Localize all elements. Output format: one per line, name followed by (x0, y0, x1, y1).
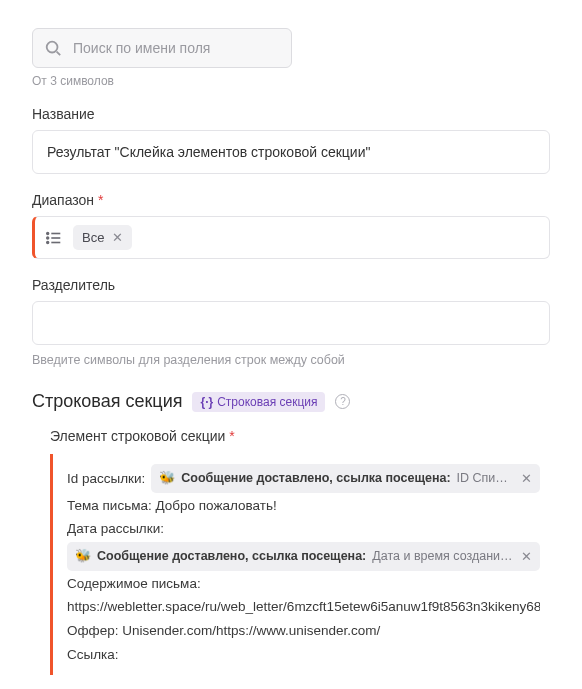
content-text: Id рассылки: (67, 468, 145, 490)
required-mark: * (98, 192, 103, 208)
separator-input[interactable] (32, 301, 550, 345)
chip-light: ID Списка рассылки (457, 468, 513, 488)
svg-point-6 (47, 241, 49, 243)
bee-icon: 🐝 (75, 546, 91, 567)
chip-light: Дата и время создания события (372, 546, 513, 566)
content-line: Дата рассылки: (67, 518, 540, 540)
name-label: Название (32, 106, 550, 122)
range-chip-all[interactable]: Все ✕ (73, 225, 132, 250)
braces-icon: {·} (200, 395, 213, 409)
svg-point-0 (47, 42, 58, 53)
variable-chip[interactable]: 🐝 Сообщение доставлено, ссылка посещена:… (151, 464, 540, 493)
section-badge-label: Строковая секция (217, 395, 317, 409)
range-label: Диапазон * (32, 192, 550, 208)
close-icon[interactable]: ✕ (521, 550, 532, 563)
content-line: https://webletter.space/ru/web_letter/6m… (67, 596, 540, 618)
bee-icon: 🐝 (159, 468, 175, 489)
separator-helper: Введите символы для разделения строк меж… (32, 353, 550, 367)
chip-bold: Сообщение доставлено, ссылка посещена: (97, 546, 366, 566)
chip-bold: Сообщение доставлено, ссылка посещена: (181, 468, 450, 488)
close-icon[interactable]: ✕ (112, 231, 123, 244)
section-title-row: Строковая секция {·} Строковая секция ? (32, 391, 550, 412)
name-input[interactable] (32, 130, 550, 174)
list-icon (45, 229, 63, 247)
info-icon[interactable]: ? (335, 394, 350, 409)
section-badge[interactable]: {·} Строковая секция (192, 392, 325, 412)
svg-point-4 (47, 237, 49, 239)
svg-line-1 (57, 52, 61, 56)
range-input[interactable]: Все ✕ (32, 216, 550, 259)
search-field-wrap (32, 28, 292, 68)
content-line: Оффер: Unisender.com/https://www.unisend… (67, 620, 540, 642)
element-label: Элемент строковой секции * (50, 428, 550, 444)
close-icon[interactable]: ✕ (521, 472, 532, 485)
section-title: Строковая секция (32, 391, 182, 412)
variable-chip[interactable]: 🐝 Сообщение доставлено, ссылка посещена:… (67, 542, 540, 571)
required-mark: * (229, 428, 234, 444)
content-line: Тема письма: Добро пожаловать! (67, 495, 540, 517)
search-hint: От 3 символов (32, 74, 550, 88)
search-icon (44, 39, 62, 57)
content-line: Ссылка: (67, 644, 540, 666)
content-line: 🐝 Сообщение доставлено, ссылка посещена:… (67, 542, 540, 571)
content-line: Id рассылки: 🐝 Сообщение доставлено, ссы… (67, 464, 540, 493)
subsection: Элемент строковой секции * Id рассылки: … (32, 428, 550, 675)
svg-point-2 (47, 232, 49, 234)
element-content[interactable]: Id рассылки: 🐝 Сообщение доставлено, ссы… (50, 454, 550, 675)
content-line: Содержимое письма: (67, 573, 540, 595)
separator-label: Разделитель (32, 277, 550, 293)
range-chip-label: Все (82, 230, 104, 245)
search-input[interactable] (32, 28, 292, 68)
